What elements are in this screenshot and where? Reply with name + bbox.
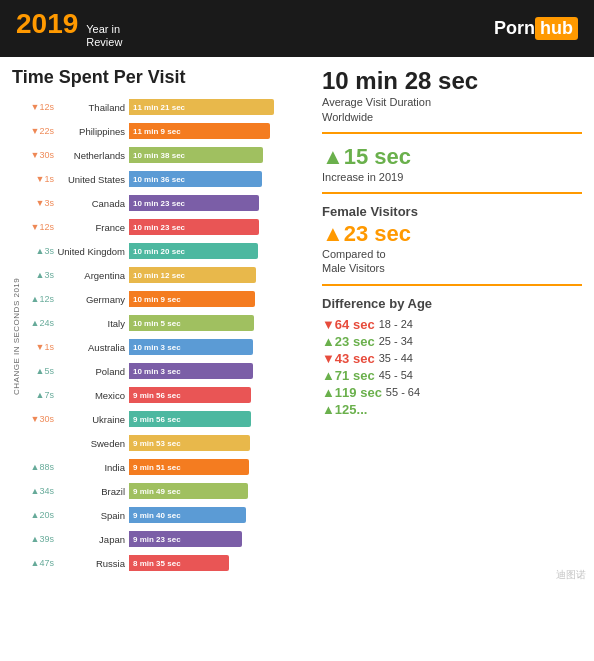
bar: 10 min 12 sec [129,267,256,283]
stats-area: 10 min 28 sec Average Visit Duration Wor… [322,67,582,576]
bar-container: 10 min 5 sec [129,315,312,331]
logo: Porn hub [494,17,578,40]
bar-container: 10 min 20 sec [129,243,312,259]
bar: 10 min 38 sec [129,147,263,163]
bar: 9 min 56 sec [129,387,251,403]
year-sub: Year in Review [86,23,122,49]
diff-age: 18 - 24 [379,318,413,330]
country-name: Brazil [57,486,129,497]
diff-row: ▲119 sec55 - 64 [322,385,582,400]
diff-value: ▲71 sec [322,368,375,383]
bar-container: 11 min 9 sec [129,123,312,139]
bar-label: 9 min 56 sec [133,415,181,424]
table-row: ▲24sItaly10 min 5 sec [25,312,312,334]
bar: 9 min 56 sec [129,411,251,427]
bar-container: 8 min 35 sec [129,555,312,571]
logo-porn: Porn [494,18,535,39]
bar-container: 10 min 3 sec [129,339,312,355]
change-indicator: ▲12s [25,294,57,304]
table-row: ▲20sSpain9 min 40 sec [25,504,312,526]
bar: 10 min 36 sec [129,171,262,187]
bar-label: 10 min 3 sec [133,343,181,352]
bar-label: 9 min 49 sec [133,487,181,496]
bar: 10 min 20 sec [129,243,258,259]
bar-label: 9 min 40 sec [133,511,181,520]
diff-age: 55 - 64 [386,386,420,398]
table-row: ▼1sAustralia10 min 3 sec [25,336,312,358]
country-name: Japan [57,534,129,545]
bar-label: 9 min 53 sec [133,439,181,448]
bar-label: 10 min 3 sec [133,367,181,376]
bar: 9 min 40 sec [129,507,246,523]
header: 2019 Year in Review Porn hub [0,0,594,57]
bar: 9 min 49 sec [129,483,248,499]
bar: 10 min 5 sec [129,315,254,331]
bar: 11 min 9 sec [129,123,270,139]
diff-rows: ▼64 sec18 - 24▲23 sec25 - 34▼43 sec35 - … [322,317,582,417]
year-label: 2019 [16,8,78,40]
country-name: United States [57,174,129,185]
change-indicator: ▲47s [25,558,57,568]
main-content: Time Spent Per Visit CHANGE IN SECONDS 2… [0,57,594,586]
country-name: France [57,222,129,233]
bar-label: 10 min 20 sec [133,247,185,256]
diff-value: ▲23 sec [322,334,375,349]
bar-label: 10 min 5 sec [133,319,181,328]
bar: 10 min 23 sec [129,219,259,235]
bar-label: 10 min 23 sec [133,199,185,208]
change-indicator: ▲24s [25,318,57,328]
country-name: Australia [57,342,129,353]
diff-row: ▲71 sec45 - 54 [322,368,582,383]
bar-container: 10 min 3 sec [129,363,312,379]
bar-container: 10 min 23 sec [129,219,312,235]
table-row: ▲12sGermany10 min 9 sec [25,288,312,310]
logo-hub: hub [535,17,578,40]
increase-desc: Increase in 2019 [322,170,582,184]
table-row: ▲3sUnited Kingdom10 min 20 sec [25,240,312,262]
table-row: ▼12sFrance10 min 23 sec [25,216,312,238]
bar-label: 10 min 36 sec [133,175,185,184]
bar: 11 min 21 sec [129,99,274,115]
country-name: Ukraine [57,414,129,425]
bar-label: 11 min 21 sec [133,103,185,112]
bar: 9 min 51 sec [129,459,249,475]
change-indicator: ▼1s [25,174,57,184]
change-indicator: ▲39s [25,534,57,544]
change-indicator: ▲3s [25,270,57,280]
bar-label: 9 min 23 sec [133,535,181,544]
change-indicator: ▼12s [25,222,57,232]
diff-block: Difference by Age ▼64 sec18 - 24▲23 sec2… [322,296,582,419]
diff-title: Difference by Age [322,296,582,313]
country-name: Spain [57,510,129,521]
bar-label: 10 min 12 sec [133,271,185,280]
country-name: Philippines [57,126,129,137]
change-indicator: ▼30s [25,150,57,160]
female-title: Female Visitors [322,204,582,221]
bar-container: 9 min 49 sec [129,483,312,499]
bar-label: 9 min 56 sec [133,391,181,400]
change-indicator: ▲88s [25,462,57,472]
female-desc: Compared to Male Visitors [322,247,582,276]
avg-duration-desc: Average Visit Duration Worldwide [322,95,582,124]
bar-container: 9 min 56 sec [129,411,312,427]
bar-container: 9 min 23 sec [129,531,312,547]
diff-row: ▼64 sec18 - 24 [322,317,582,332]
table-row: ▼3sCanada10 min 23 sec [25,192,312,214]
diff-value: ▼64 sec [322,317,375,332]
female-block: Female Visitors ▲23 sec Compared to Male… [322,204,582,285]
change-indicator: ▲34s [25,486,57,496]
bar-label: 9 min 51 sec [133,463,181,472]
bar: 9 min 53 sec [129,435,250,451]
change-indicator: ▲20s [25,510,57,520]
country-name: Canada [57,198,129,209]
change-indicator: ▼3s [25,198,57,208]
table-row: ▼12sThailand11 min 21 sec [25,96,312,118]
table-row: ▲88sIndia9 min 51 sec [25,456,312,478]
table-row: ▲39sJapan9 min 23 sec [25,528,312,550]
bar: 10 min 3 sec [129,339,253,355]
table-row: ▲5sPoland10 min 3 sec [25,360,312,382]
table-row: ▲47sRussia8 min 35 sec [25,552,312,574]
country-name: Poland [57,366,129,377]
bar-container: 10 min 38 sec [129,147,312,163]
bar-label: 8 min 35 sec [133,559,181,568]
